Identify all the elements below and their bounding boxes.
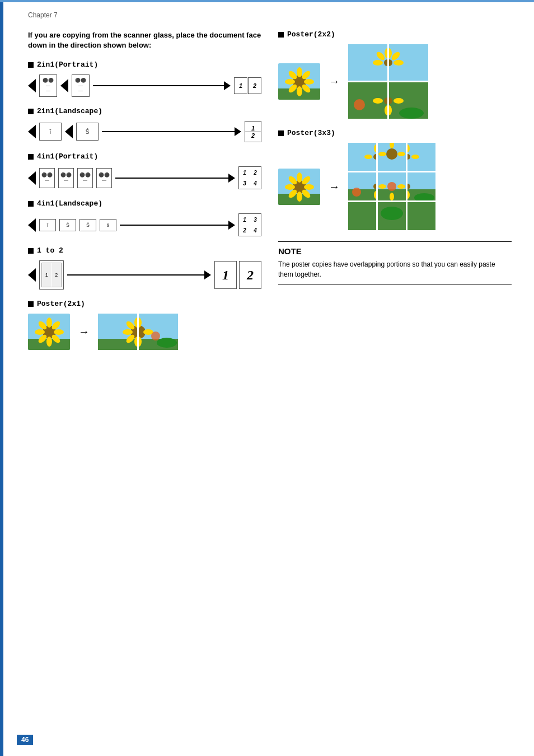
output-pages-1-2: 1 2 bbox=[234, 77, 261, 94]
bullet-icon bbox=[28, 62, 34, 68]
arrow-line bbox=[120, 225, 228, 226]
source-sunflower-2x2 bbox=[278, 63, 320, 100]
output-pages-landscape: 1 2 bbox=[245, 121, 261, 142]
cell-1: 1 bbox=[240, 214, 250, 225]
p3x3-r2c3 bbox=[407, 172, 435, 200]
arrow-right bbox=[67, 270, 211, 279]
section-label-text: 2in1(Landscape) bbox=[37, 107, 102, 115]
svg-point-94 bbox=[378, 184, 386, 189]
doc-landscape-3: Ś bbox=[79, 219, 96, 231]
g2: 2 bbox=[52, 263, 62, 287]
note-title: NOTE bbox=[278, 246, 512, 256]
bullet-icon bbox=[28, 154, 34, 160]
output-2x2-landscape: 1 3 2 4 bbox=[238, 213, 261, 236]
diagram-poster-2x1: → bbox=[28, 314, 261, 350]
svg-point-3 bbox=[46, 318, 52, 328]
svg-point-30 bbox=[157, 338, 177, 348]
g1: 1 bbox=[42, 263, 51, 287]
arrow-line bbox=[67, 274, 204, 276]
cell-2: 2 bbox=[240, 225, 250, 235]
svg-point-104 bbox=[381, 207, 403, 220]
cell-2: 2 bbox=[250, 167, 260, 178]
s: Ś bbox=[86, 222, 90, 228]
doc-page-4: ⚫⚫— bbox=[96, 168, 112, 188]
note-box: NOTE The poster copies have overlapping … bbox=[278, 241, 512, 284]
doc-symbol: ī bbox=[50, 129, 51, 135]
svg-point-35 bbox=[297, 86, 302, 96]
diagram-poster-3x3: → bbox=[278, 143, 512, 230]
svg-point-6 bbox=[54, 329, 64, 335]
large-page-2: 2 bbox=[239, 261, 261, 289]
diagram-4in1-portrait: ⚫⚫— ⚫⚫— ⚫⚫— ⚫⚫— 1 2 3 4 bbox=[28, 166, 261, 189]
arrow-head bbox=[228, 174, 235, 183]
svg-point-34 bbox=[297, 67, 302, 77]
s: Ś bbox=[66, 222, 69, 228]
poster-cell-right bbox=[139, 314, 178, 350]
section-label-text: Poster(2x2) bbox=[287, 30, 335, 39]
doc-symbol: Ś bbox=[86, 129, 90, 135]
section-2in1-portrait: 2in1(Portrait) bbox=[28, 60, 261, 69]
svg-point-81 bbox=[397, 152, 405, 156]
arrow-left-icon bbox=[28, 171, 36, 185]
doc-page-3: ⚫⚫— bbox=[77, 168, 93, 188]
svg-point-67 bbox=[285, 184, 295, 190]
s: ⚫⚫— bbox=[79, 173, 91, 183]
poster-2x2-output bbox=[348, 44, 428, 119]
section-2in1-landscape: 2in1(Landscape) bbox=[28, 107, 261, 115]
section-4in1-portrait: 4in1(Portrait) bbox=[28, 152, 261, 161]
svg-point-29 bbox=[151, 332, 160, 340]
svg-point-4 bbox=[46, 337, 52, 347]
arrow-left-icon-2 bbox=[60, 79, 68, 92]
output-page-1: 1 bbox=[234, 77, 247, 94]
arrow-left-icon bbox=[28, 268, 36, 282]
large-page-1: 1 bbox=[214, 261, 237, 289]
svg-point-75 bbox=[364, 155, 372, 159]
section-poster-2x1: Poster(2x1) bbox=[28, 300, 261, 308]
section-1to2: 1 to 2 bbox=[28, 246, 261, 255]
doc-page-2: ⚫⚫—— bbox=[72, 74, 90, 97]
s: ī bbox=[47, 222, 49, 228]
section-label-text: 4in1(Portrait) bbox=[37, 152, 98, 161]
p3x3-r1c3 bbox=[407, 143, 435, 171]
section-label-text: Poster(3x3) bbox=[287, 129, 335, 137]
section-label-text: Poster(2x1) bbox=[37, 300, 85, 308]
p3x3-r3c3 bbox=[407, 202, 435, 230]
svg-point-90 bbox=[352, 188, 361, 197]
diagram-2in1-landscape: ī Ś 1 2 bbox=[28, 121, 261, 142]
p3x3-r1c2 bbox=[378, 143, 406, 171]
svg-point-44 bbox=[373, 60, 383, 66]
arrow-head bbox=[228, 221, 235, 230]
poster-2x2-bl bbox=[348, 82, 387, 119]
section-label-text: 2in1(Portrait) bbox=[37, 60, 98, 69]
bullet-icon bbox=[278, 32, 284, 38]
doc-page-1: ⚫⚫— bbox=[39, 168, 55, 188]
arrow-head bbox=[204, 270, 211, 279]
output-2x2: 1 2 3 4 bbox=[238, 166, 261, 189]
top-bar bbox=[0, 0, 534, 2]
cell-4: 4 bbox=[250, 225, 260, 235]
arrow-right bbox=[115, 174, 235, 183]
p3x3-r2c2 bbox=[378, 172, 406, 200]
svg-point-93 bbox=[390, 193, 394, 200]
poster-2x2-br bbox=[389, 82, 428, 119]
diagram-poster-2x2: → bbox=[278, 44, 512, 119]
svg-point-96 bbox=[387, 182, 396, 191]
bullet-icon bbox=[28, 248, 34, 254]
doc-page-landscape-1: ī bbox=[39, 123, 62, 141]
output-page-2: 2 bbox=[248, 77, 261, 94]
svg-point-5 bbox=[35, 329, 45, 335]
output-page-top: 1 bbox=[245, 125, 261, 132]
doc-landscape-1: ī bbox=[39, 219, 56, 231]
svg-rect-105 bbox=[407, 202, 435, 230]
p3x3-r2c1 bbox=[348, 172, 376, 200]
svg-point-49 bbox=[394, 60, 404, 66]
source-sunflower-3x3 bbox=[278, 169, 320, 205]
cell-3: 3 bbox=[240, 178, 250, 188]
poster-2x1-output bbox=[98, 314, 178, 350]
section-label-text: 1 to 2 bbox=[37, 246, 63, 255]
input-grid: 1 2 bbox=[41, 263, 62, 287]
doc-symbol-2: ⚫⚫—— bbox=[75, 78, 86, 93]
arrow-right-poster: → bbox=[78, 325, 90, 338]
s: ŝ bbox=[107, 222, 110, 228]
p3x3-r3c2 bbox=[378, 202, 406, 230]
